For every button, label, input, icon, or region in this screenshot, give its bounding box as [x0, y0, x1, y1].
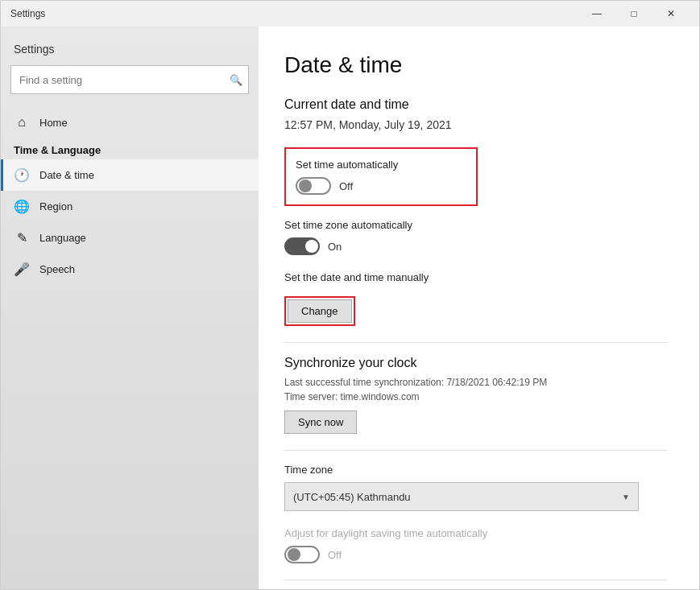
- timezone-dropdown[interactable]: (UTC+05:45) Kathmandu ▼: [284, 482, 639, 511]
- sidebar-item-home-label: Home: [39, 117, 68, 129]
- current-date-section-title: Current date and time: [284, 97, 667, 112]
- sidebar-item-date-time[interactable]: 🕐 Date & time: [1, 159, 259, 191]
- right-panel-wrapper: Date & time Current date and time 12:57 …: [259, 27, 699, 589]
- titlebar: Settings — □ ✕: [1, 1, 699, 27]
- sidebar-item-date-time-label: Date & time: [39, 169, 94, 181]
- sidebar-section-label: Time & Language: [1, 138, 259, 159]
- timezone-value: (UTC+05:45) Kathmandu: [293, 491, 411, 503]
- sync-line2: Time server: time.windows.com: [284, 391, 667, 402]
- set-timezone-auto-block: Set time zone automatically On: [284, 219, 667, 255]
- sidebar-item-language-label: Language: [39, 232, 86, 244]
- daylight-block: Adjust for daylight saving time automati…: [284, 527, 667, 563]
- set-time-auto-knob: [299, 179, 312, 192]
- right-panel: Date & time Current date and time 12:57 …: [259, 27, 699, 589]
- current-datetime: 12:57 PM, Monday, July 19, 2021: [284, 118, 667, 131]
- chevron-down-icon: ▼: [622, 493, 630, 501]
- sync-line1: Last successful time synchronization: 7/…: [284, 377, 667, 388]
- set-time-auto-toggle-row: Off: [296, 177, 466, 195]
- set-time-auto-state: Off: [339, 180, 353, 192]
- sync-now-btn-wrapper: Sync now: [284, 411, 667, 434]
- set-timezone-auto-knob: [305, 240, 318, 253]
- home-icon: ⌂: [14, 115, 30, 130]
- page-title: Date & time: [284, 52, 667, 78]
- set-time-auto-toggle[interactable]: [296, 177, 331, 195]
- set-timezone-auto-track[interactable]: [284, 237, 320, 255]
- timezone-label: Time zone: [284, 464, 667, 476]
- close-button[interactable]: ✕: [652, 1, 690, 27]
- daylight-track[interactable]: [284, 546, 320, 563]
- divider-3: [284, 580, 667, 580]
- clock-icon: 🕐: [14, 167, 30, 183]
- globe-icon: 🌐: [14, 199, 30, 214]
- search-box: 🔍: [10, 65, 249, 94]
- change-btn-wrapper: Change: [284, 296, 355, 326]
- set-timezone-auto-toggle-row: On: [284, 237, 667, 255]
- set-manual-label: Set the date and time manually: [284, 271, 667, 283]
- divider-1: [284, 342, 667, 343]
- daylight-toggle-row: Off: [284, 546, 667, 563]
- sidebar-item-region[interactable]: 🌐 Region: [1, 191, 259, 222]
- settings-window: Settings — □ ✕ Settings 🔍 ⌂ Home Time & …: [0, 0, 700, 590]
- sidebar-header: Settings: [1, 27, 259, 65]
- timezone-block: Time zone (UTC+05:45) Kathmandu ▼: [284, 464, 667, 511]
- sidebar-item-speech[interactable]: 🎤 Speech: [1, 254, 259, 285]
- minimize-button[interactable]: —: [578, 1, 615, 27]
- sidebar-item-speech-label: Speech: [39, 263, 75, 275]
- sync-now-button[interactable]: Sync now: [284, 411, 357, 434]
- search-input[interactable]: [10, 65, 249, 94]
- main-content: Settings 🔍 ⌂ Home Time & Language 🕐 Date…: [1, 27, 699, 589]
- set-timezone-auto-state: On: [328, 241, 342, 253]
- change-button[interactable]: Change: [288, 299, 352, 323]
- sync-clock-title: Synchronize your clock: [284, 356, 667, 370]
- daylight-knob: [288, 548, 300, 561]
- titlebar-controls: — □ ✕: [578, 1, 690, 27]
- daylight-toggle[interactable]: [284, 546, 320, 563]
- maximize-button[interactable]: □: [615, 1, 652, 27]
- sidebar: Settings 🔍 ⌂ Home Time & Language 🕐 Date…: [1, 27, 259, 589]
- microphone-icon: 🎤: [14, 262, 30, 277]
- sidebar-item-home[interactable]: ⌂ Home: [1, 107, 259, 138]
- titlebar-title: Settings: [10, 8, 45, 19]
- search-icon: 🔍: [230, 74, 242, 86]
- language-icon: ✎: [14, 230, 30, 245]
- set-time-auto-box: Set time automatically Off: [284, 147, 478, 206]
- set-manual-block: Set the date and time manually Change: [284, 271, 667, 326]
- daylight-state: Off: [328, 549, 342, 561]
- divider-2: [284, 450, 667, 451]
- set-time-auto-label: Set time automatically: [296, 159, 466, 171]
- set-time-auto-track[interactable]: [296, 177, 331, 195]
- sidebar-item-region-label: Region: [39, 200, 72, 212]
- daylight-label: Adjust for daylight saving time automati…: [284, 527, 667, 539]
- set-timezone-auto-label: Set time zone automatically: [284, 219, 667, 231]
- sidebar-item-language[interactable]: ✎ Language: [1, 222, 259, 254]
- set-timezone-auto-toggle[interactable]: [284, 237, 320, 255]
- sync-clock-block: Synchronize your clock Last successful t…: [284, 356, 667, 434]
